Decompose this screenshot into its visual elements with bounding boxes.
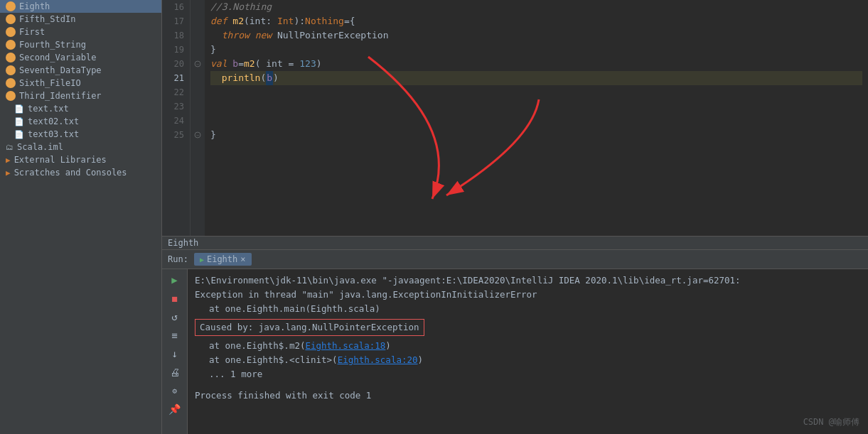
sidebar-label-first: First (19, 27, 45, 37)
line-num-22: 22 (168, 85, 184, 99)
sidebar-label-seventh: Seventh_DataType (19, 65, 102, 75)
watermark: CSDN @喻师傅 (803, 416, 859, 428)
sidebar-label-fifth: Fifth_StdIn (19, 14, 75, 24)
code-line-23 (210, 99, 862, 114)
sidebar-item-seventh[interactable]: Seventh_DataType (0, 64, 161, 77)
sidebar-label-text2: text02.txt (28, 116, 79, 126)
editor-footer: Eighth (162, 236, 868, 249)
output-line-exception: Exception in thread "main" java.lang.Exc… (195, 288, 861, 302)
sidebar-item-text3[interactable]: 📄 text03.txt (0, 128, 161, 141)
class-icon-third (6, 91, 16, 101)
run-toolbar: ▶ ◼ ↺ ≡ ↓ 🖨 ⚙ 📌 (162, 269, 188, 434)
line-num-16: 16 (168, 0, 184, 14)
line-num-21: 21 (168, 71, 184, 85)
line-numbers: 16 17 18 19 20 21 22 23 24 25 (162, 0, 191, 236)
code-line-18: throw new NullPointerException (210, 28, 862, 43)
sidebar-item-eighth[interactable]: Eighth (0, 0, 161, 13)
run-play-button[interactable]: ▶ (167, 272, 183, 288)
line-num-23: 23 (168, 99, 184, 114)
sidebar-item-scala-iml[interactable]: 🗂 Scala.iml (0, 141, 161, 153)
scratches-icon: ▶ (6, 168, 11, 178)
output-line-more: ... 1 more (195, 367, 861, 381)
code-line-20: val b=m2( int = 123) (210, 57, 862, 71)
code-line-22 (210, 85, 862, 99)
class-icon-seventh (6, 65, 16, 75)
run-output[interactable]: E:\Environment\jdk-11\bin\java.exe "-jav… (188, 269, 868, 434)
editor-area: 16 17 18 19 20 21 22 23 24 25 (162, 0, 868, 249)
link-eighth-18[interactable]: Eighth.scala:18 (305, 340, 385, 351)
line-num-17: 17 (168, 14, 184, 28)
run-settings-button[interactable]: ⚙ (167, 383, 183, 398)
line-num-20: 20 (168, 57, 184, 71)
sidebar-item-ext-libs[interactable]: ▶ External Libraries (0, 153, 161, 166)
file-icon-text1: 📄 (14, 104, 24, 114)
code-line-21: println(b) (210, 71, 862, 85)
run-tab-label: Eighth (207, 254, 237, 264)
iml-icon: 🗂 (6, 143, 14, 152)
run-rerun-button[interactable]: ↺ (167, 309, 183, 325)
run-body: ▶ ◼ ↺ ≡ ↓ 🖨 ⚙ 📌 E:\Environment\jdk-11\bi… (162, 269, 868, 434)
cause-box: Caused by: java.lang.NullPointerExceptio… (195, 319, 424, 336)
output-line-at-main: at one.Eighth.main(Eighth.scala) (195, 302, 861, 316)
fold-icon-25[interactable]: − (194, 131, 201, 139)
sidebar-item-text2[interactable]: 📄 text02.txt (0, 115, 161, 128)
sidebar-label-scratches: Scratches and Consoles (14, 168, 127, 178)
sidebar-label-scala-iml: Scala.iml (17, 142, 63, 152)
line-num-19: 19 (168, 43, 184, 57)
sidebar-label-text1: text.txt (28, 104, 69, 114)
code-area: 16 17 18 19 20 21 22 23 24 25 (162, 0, 868, 236)
sidebar-label-second: Second_Variable (19, 53, 96, 63)
run-panel: Run: ▶ Eighth × ▶ ◼ ↺ ≡ ↓ 🖨 ⚙ 📌 (162, 249, 868, 434)
cursor-b: b (266, 71, 273, 85)
output-line-at-clinit: at one.Eighth$.<clinit>(Eighth.scala:20) (195, 353, 861, 367)
file-icon-text3: 📄 (14, 130, 24, 139)
sidebar-item-sixth[interactable]: Sixth_FileIO (0, 77, 161, 89)
output-line-finish: Process finished with exit code 1 (195, 389, 861, 403)
run-tab-icon: ▶ (200, 256, 204, 264)
file-icon-text2: 📄 (14, 117, 24, 126)
main-area: Eighth Fifth_StdIn First Fourth_String S… (0, 0, 868, 434)
code-line-24 (210, 114, 862, 128)
footer-tab-label: Eighth (168, 238, 198, 248)
sidebar-item-second[interactable]: Second_Variable (0, 51, 161, 64)
run-stop-button[interactable]: ◼ (167, 291, 183, 306)
run-print-button[interactable]: 🖨 (167, 364, 183, 380)
run-label: Run: (168, 254, 188, 264)
run-pin-button[interactable]: 📌 (167, 401, 183, 417)
fold-icon-20[interactable]: − (194, 60, 201, 67)
sidebar-label-text3: text03.txt (28, 129, 79, 139)
class-icon-fifth (6, 14, 16, 24)
code-line-19: } (210, 43, 862, 57)
editor-gutter: − − (191, 0, 205, 236)
sidebar-item-third[interactable]: Third_Identifier (0, 89, 161, 102)
link-eighth-20[interactable]: Eighth.scala:20 (338, 354, 418, 365)
run-header: Run: ▶ Eighth × (162, 250, 868, 269)
sidebar-item-text1[interactable]: 📄 text.txt (0, 102, 161, 115)
output-line-at-m2: at one.Eighth$.m2(Eighth.scala:18) (195, 339, 861, 353)
run-scroll-button[interactable]: ↓ (167, 346, 183, 362)
run-tab-close[interactable]: × (240, 254, 245, 264)
sidebar-label-eighth: Eighth (19, 1, 50, 11)
class-icon-second (6, 53, 16, 63)
line-num-24: 24 (168, 114, 184, 128)
svg-text:−: − (196, 62, 199, 67)
code-line-16: //3.Nothing (210, 0, 862, 14)
run-filter-button[interactable]: ≡ (167, 327, 183, 343)
sidebar-item-fourth[interactable]: Fourth_String (0, 38, 161, 51)
output-line-path: E:\Environment\jdk-11\bin\java.exe "-jav… (195, 273, 861, 288)
line-num-18: 18 (168, 28, 184, 43)
sidebar-label-sixth: Sixth_FileIO (19, 78, 81, 88)
sidebar-item-fifth[interactable]: Fifth_StdIn (0, 13, 161, 26)
sidebar-label-ext-libs: External Libraries (14, 155, 107, 165)
line-num-25: 25 (168, 128, 184, 142)
code-lines[interactable]: //3.Nothing def m2(int: Int):Nothing={ t… (205, 0, 868, 236)
run-tab-eighth[interactable]: ▶ Eighth × (194, 253, 252, 266)
class-icon-first (6, 27, 16, 37)
sidebar-item-scratches[interactable]: ▶ Scratches and Consoles (0, 166, 161, 179)
sidebar-label-third: Third_Identifier (19, 91, 102, 101)
editor-content[interactable]: 16 17 18 19 20 21 22 23 24 25 (162, 0, 868, 236)
svg-text:−: − (196, 133, 199, 139)
class-icon-eighth (6, 1, 16, 11)
class-icon-fourth (6, 40, 16, 50)
sidebar-item-first[interactable]: First (0, 26, 161, 38)
